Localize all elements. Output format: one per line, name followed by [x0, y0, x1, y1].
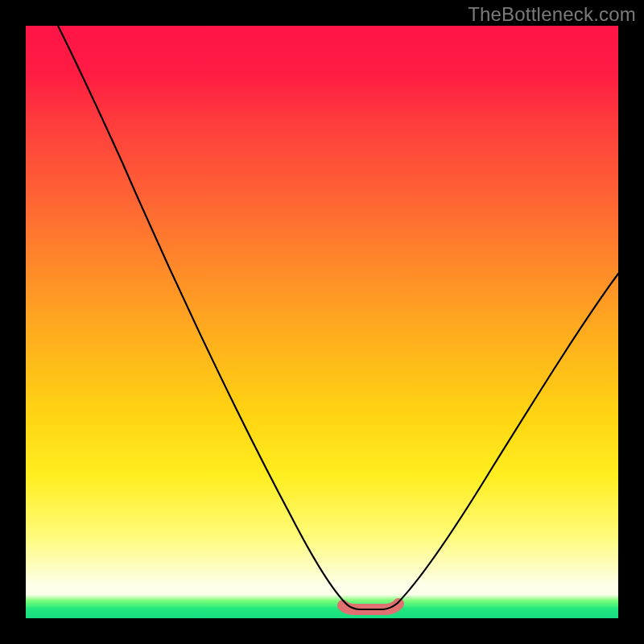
plot-area	[26, 26, 618, 618]
watermark-text: TheBottleneck.com	[468, 3, 636, 26]
chart-frame: TheBottleneck.com	[0, 0, 644, 644]
bottleneck-curve	[58, 26, 618, 609]
curve-layer	[26, 26, 618, 618]
